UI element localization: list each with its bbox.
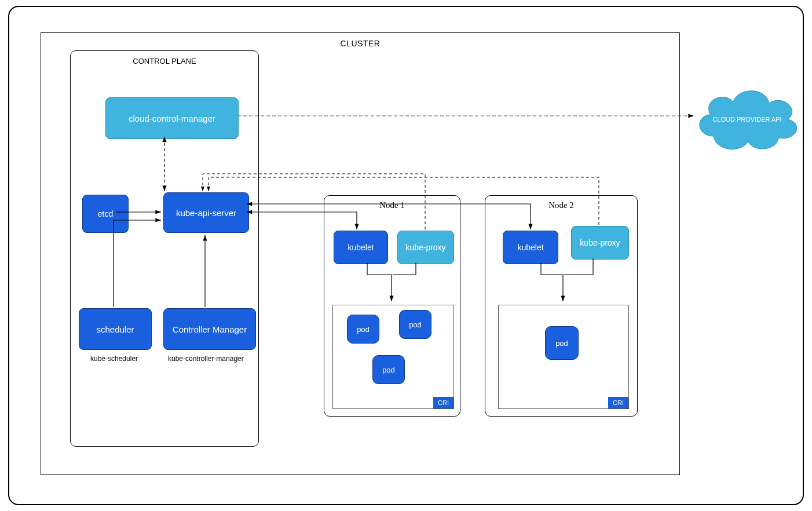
node1-kubelet-label: kubelet bbox=[348, 243, 374, 252]
node2-cri-container: pod CRI bbox=[498, 305, 629, 409]
node2-kube-proxy-label: kube-proxy bbox=[580, 238, 620, 247]
controller-manager-sublabel: kube-controller-manager bbox=[168, 355, 244, 363]
node1-pod-2: pod bbox=[399, 310, 431, 339]
node2-container: Node 2 kubelet kube-proxy pod CRI bbox=[485, 195, 638, 417]
control-plane-container: CONTROL PLANE cloud-control-manager etcd… bbox=[70, 50, 259, 447]
controller-manager-label: Controller Manager bbox=[173, 324, 247, 334]
cloud-control-manager-box: cloud-control-manager bbox=[105, 97, 239, 139]
cluster-label: CLUSTER bbox=[341, 39, 381, 48]
kube-api-server-box: kube-api-server bbox=[163, 192, 249, 233]
node1-label: Node 1 bbox=[379, 200, 405, 210]
node2-label: Node 2 bbox=[548, 200, 574, 210]
kube-api-server-label: kube-api-server bbox=[176, 208, 236, 218]
node2-kubelet-box: kubelet bbox=[503, 231, 558, 264]
node1-kubelet-box: kubelet bbox=[334, 231, 388, 264]
node1-pod-3: pod bbox=[372, 355, 405, 384]
node1-pod-1: pod bbox=[347, 315, 379, 344]
cloud-control-manager-label: cloud-control-manager bbox=[129, 114, 215, 123]
node1-container: Node 1 kubelet kube-proxy pod pod pod CR… bbox=[324, 195, 460, 417]
node1-kube-proxy-box: kube-proxy bbox=[397, 231, 454, 264]
controller-manager-box: Controller Manager bbox=[163, 308, 256, 350]
scheduler-label: scheduler bbox=[96, 324, 134, 334]
node1-cri-label: CRI bbox=[433, 397, 453, 408]
node2-pod-1-label: pod bbox=[555, 339, 568, 348]
scheduler-box: scheduler bbox=[79, 308, 152, 350]
cloud-provider-api-label: CLOUD PROVIDER API bbox=[712, 116, 781, 123]
node1-pod-1-label: pod bbox=[357, 325, 370, 334]
node1-cri-container: pod pod pod CRI bbox=[332, 305, 454, 409]
scheduler-sublabel: kube-scheduler bbox=[90, 355, 138, 363]
node1-kube-proxy-label: kube-proxy bbox=[405, 243, 445, 252]
node2-kubelet-label: kubelet bbox=[517, 243, 543, 252]
node2-kube-proxy-box: kube-proxy bbox=[571, 226, 629, 260]
control-plane-label: CONTROL PLANE bbox=[133, 57, 196, 65]
cloud-provider-api-icon: CLOUD PROVIDER API bbox=[690, 81, 804, 156]
node2-pod-1: pod bbox=[545, 326, 579, 360]
cluster-container: CLUSTER CONTROL PLANE cloud-control-mana… bbox=[41, 32, 680, 475]
etcd-box: etcd bbox=[82, 195, 129, 233]
etcd-label: etcd bbox=[98, 209, 113, 218]
node1-pod-2-label: pod bbox=[409, 320, 422, 329]
node1-pod-3-label: pod bbox=[382, 366, 395, 374]
svg-text:CLOUD PROVIDER API: CLOUD PROVIDER API bbox=[712, 116, 781, 123]
node2-cri-label: CRI bbox=[608, 397, 628, 408]
